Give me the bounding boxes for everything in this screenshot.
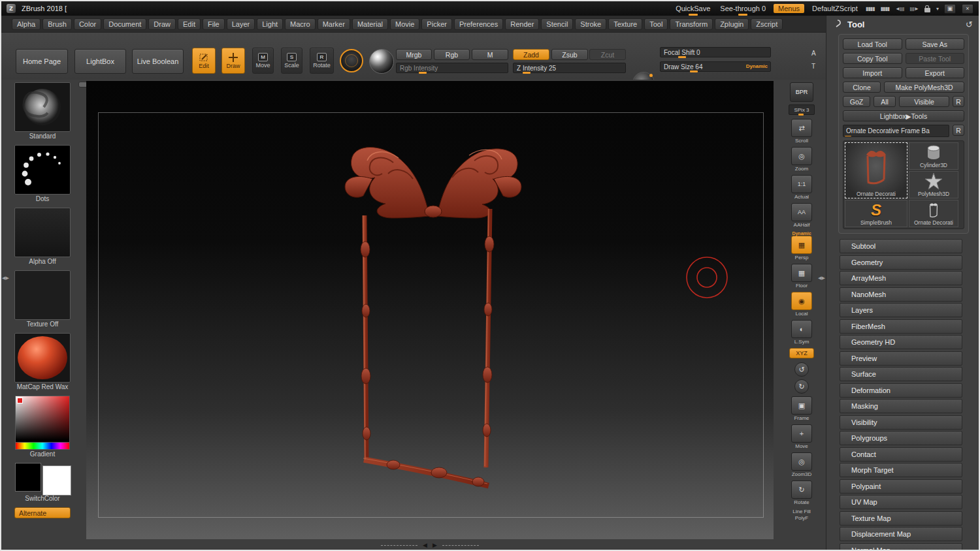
line-fill-control[interactable]: Line Fill PolyF bbox=[789, 509, 815, 521]
export-button[interactable]: Export bbox=[906, 67, 965, 78]
scale-button[interactable]: S Scale bbox=[281, 48, 302, 74]
lightbox-tools-button[interactable]: Lightbox▶Tools bbox=[843, 110, 964, 121]
floor-control[interactable]: ▦ Floor bbox=[789, 264, 815, 289]
dock-hook-icon[interactable] bbox=[833, 19, 842, 29]
goz-all-button[interactable]: All bbox=[874, 96, 896, 107]
left-tray-handle[interactable]: ◀▶ bbox=[2, 276, 8, 281]
local-control[interactable]: ◉ Local bbox=[789, 292, 815, 317]
subpalette-header[interactable]: FiberMesh bbox=[840, 319, 962, 334]
copy-tool-button[interactable]: Copy Tool bbox=[843, 53, 902, 64]
subpalette-header[interactable]: Polygroups bbox=[840, 431, 962, 445]
edit-button[interactable]: Edit bbox=[192, 48, 216, 74]
brush-thumbnail[interactable] bbox=[14, 82, 71, 132]
goz-button[interactable]: GoZ bbox=[843, 96, 870, 107]
close-button[interactable]: × bbox=[962, 4, 973, 14]
secondary-color-swatch[interactable] bbox=[42, 465, 71, 496]
subpalette-header[interactable]: Deformation bbox=[840, 383, 962, 398]
rotate-button[interactable]: R Rotate bbox=[310, 48, 334, 74]
spin-cw-button[interactable]: ↻ bbox=[794, 379, 809, 394]
subpalette-header[interactable]: Morph Target bbox=[840, 463, 962, 477]
subpalette-header[interactable]: Normal Map bbox=[840, 543, 962, 550]
z-intensity-slider[interactable]: Z Intensity 25 bbox=[513, 63, 626, 73]
quicksave-button[interactable]: QuickSave bbox=[674, 5, 712, 12]
menu-item[interactable]: Draw bbox=[148, 18, 176, 30]
main-color-swatch[interactable] bbox=[15, 463, 41, 492]
alpha-selector[interactable]: Alpha Off bbox=[11, 208, 74, 266]
document-canvas[interactable] bbox=[86, 81, 774, 539]
tracks-icon[interactable]: ▮▮▮▮ bbox=[866, 6, 875, 12]
tracks-icon-2[interactable]: ▮▮▮▮ bbox=[880, 6, 889, 12]
switch-color[interactable]: SwitchColor bbox=[11, 463, 74, 503]
menu-item[interactable]: Preferences bbox=[454, 18, 503, 30]
lsym-control[interactable]: ◐ L.Sym bbox=[789, 320, 815, 345]
live-boolean-button[interactable]: Live Boolean bbox=[132, 49, 184, 74]
rgb-button[interactable]: Rgb bbox=[434, 49, 470, 60]
subpalette-header[interactable]: Contact bbox=[840, 447, 962, 462]
nav-right-arrow[interactable]: ▶ bbox=[433, 542, 437, 548]
menu-item[interactable]: Macro bbox=[285, 18, 316, 30]
current-material-preview[interactable] bbox=[369, 49, 394, 74]
menu-item[interactable]: Alpha bbox=[12, 18, 41, 30]
subpalette-header[interactable]: Visibility bbox=[840, 415, 962, 430]
rotate3d-control[interactable]: ↻ Rotate bbox=[789, 480, 815, 505]
paste-tool-button[interactable]: Paste Tool bbox=[906, 53, 965, 64]
home-page-button[interactable]: Home Page bbox=[16, 49, 68, 74]
xyz-button[interactable]: XYZ bbox=[789, 348, 814, 358]
menu-item[interactable]: Edit bbox=[178, 18, 201, 30]
color-picker[interactable]: Gradient bbox=[11, 396, 74, 458]
default-zscript-button[interactable]: DefaultZScript bbox=[810, 5, 860, 12]
menu-item[interactable]: Brush bbox=[42, 18, 72, 30]
stroke-selector[interactable]: Dots bbox=[11, 145, 74, 203]
rgb-intensity-slider[interactable]: Rgb Intensity bbox=[396, 63, 508, 73]
color-gradient-square[interactable] bbox=[15, 396, 70, 443]
palette-reset-icon[interactable]: ↺ bbox=[966, 20, 973, 29]
subpalette-header[interactable]: Displacement Map bbox=[840, 527, 962, 541]
spix-handle[interactable] bbox=[798, 114, 804, 116]
zadd-button[interactable]: Zadd bbox=[513, 49, 549, 60]
draw-size-dynamic-label[interactable]: Dynamic bbox=[746, 63, 768, 69]
menu-item[interactable]: Stencil bbox=[541, 18, 573, 30]
menu-item[interactable]: Picker bbox=[421, 18, 452, 30]
dock-left-icon[interactable]: ◄▤ bbox=[895, 6, 904, 12]
material-thumbnail[interactable] bbox=[14, 333, 71, 383]
cylinder3d-thumb[interactable]: Cylinder3D bbox=[909, 142, 958, 170]
bpr-button[interactable]: BPR bbox=[790, 82, 813, 102]
dock-right-icon[interactable]: ▤► bbox=[910, 6, 919, 12]
restore-button[interactable]: ▣ bbox=[944, 4, 956, 14]
subpalette-header[interactable]: Geometry bbox=[840, 255, 962, 270]
subpalette-header[interactable]: Texture Map bbox=[840, 511, 962, 526]
nav-left-arrow[interactable]: ◀ bbox=[423, 542, 427, 548]
active-tool-thumb[interactable]: Ornate Decorati bbox=[845, 142, 907, 198]
material-selector[interactable]: MatCap Red Wax bbox=[11, 333, 74, 391]
menu-item[interactable]: Zscript bbox=[751, 18, 783, 30]
subpalette-header[interactable]: Subtool bbox=[840, 239, 962, 253]
menu-item[interactable]: Render bbox=[505, 18, 539, 30]
actual-control[interactable]: 1:1 Actual bbox=[789, 175, 815, 200]
polymesh3d-thumb[interactable]: PolyMesh3D bbox=[909, 171, 958, 198]
clipped-button-a[interactable]: A bbox=[811, 50, 816, 57]
subpalette-header[interactable]: Geometry HD bbox=[840, 335, 962, 349]
menu-item[interactable]: Light bbox=[257, 18, 283, 30]
m-button[interactable]: M bbox=[472, 49, 508, 60]
spix-slider[interactable]: SPix 3 bbox=[789, 104, 815, 115]
clipped-button-t[interactable]: T bbox=[811, 63, 815, 70]
see-through-slider[interactable]: See-through 0 bbox=[718, 5, 768, 12]
menu-item[interactable]: Marker bbox=[318, 18, 350, 30]
subpalette-header[interactable]: Polypaint bbox=[840, 479, 962, 494]
z-intensity-handle[interactable] bbox=[523, 72, 531, 74]
texture-selector[interactable]: Texture Off bbox=[11, 270, 74, 328]
menu-item[interactable]: Document bbox=[103, 18, 146, 30]
clone-button[interactable]: Clone bbox=[843, 82, 881, 93]
draw-button[interactable]: Draw bbox=[221, 48, 245, 74]
subpalette-header[interactable]: Preview bbox=[840, 351, 962, 366]
move-button[interactable]: M Move bbox=[252, 48, 274, 74]
zsub-button[interactable]: Zsub bbox=[551, 49, 588, 60]
hue-strip[interactable] bbox=[15, 443, 70, 450]
draw-size-handle[interactable] bbox=[690, 71, 698, 72]
subpalette-header[interactable]: Surface bbox=[840, 367, 962, 381]
persp-control[interactable]: Dynamic ▦ Persp bbox=[789, 231, 815, 260]
rgb-intensity-handle[interactable] bbox=[419, 72, 427, 74]
spin-ccw-button[interactable]: ↺ bbox=[794, 362, 809, 377]
current-brush-preview[interactable] bbox=[340, 49, 363, 72]
menu-item[interactable]: Texture bbox=[608, 18, 642, 30]
